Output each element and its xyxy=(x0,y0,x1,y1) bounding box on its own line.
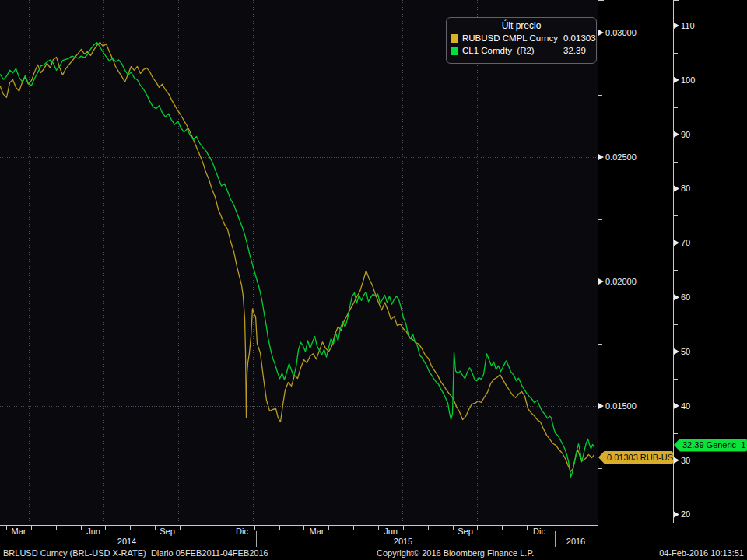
legend-row-cl1[interactable]: CL1 Comdty (R2) 32.39 xyxy=(451,44,592,57)
legend-series-value: 32.39 xyxy=(563,46,586,55)
legend-title: Últ precio xyxy=(451,19,592,32)
chart-legend[interactable]: Últ precio RUBUSD CMPL Curncy (R1) 0.013… xyxy=(446,17,597,64)
last-price-tag-rubusd: 0.01303 RUB-USD X xyxy=(598,451,673,464)
security-description: BRLUSD Curncy (BRL-USD X-RATE) Diario 05… xyxy=(3,548,268,558)
price-chart-canvas[interactable] xyxy=(0,0,747,547)
timestamp: 04-Feb-2016 10:13:51 xyxy=(659,548,744,558)
rubusd-series-swatch-icon xyxy=(451,34,458,43)
cl1-series-swatch-icon xyxy=(451,47,458,55)
legend-series-value: 0.01303 xyxy=(563,33,596,43)
legend-series-name: RUBUSD CMPL Curncy (R1) xyxy=(462,33,563,43)
last-price-tag-cl1: 32.39 Generic 1 xyxy=(674,439,747,452)
bloomberg-chart-screen: 0.030000.025000.020000.01500110100908070… xyxy=(0,0,747,560)
legend-series-name: CL1 Comdty (R2) xyxy=(462,46,563,55)
legend-row-rubusd[interactable]: RUBUSD CMPL Curncy (R1) 0.01303 xyxy=(451,32,592,44)
status-bar: BRLUSD Curncy (BRL-USD X-RATE) Diario 05… xyxy=(0,547,747,560)
copyright-notice: Copyright© 2016 Bloomberg Finance L.P. xyxy=(377,548,534,558)
